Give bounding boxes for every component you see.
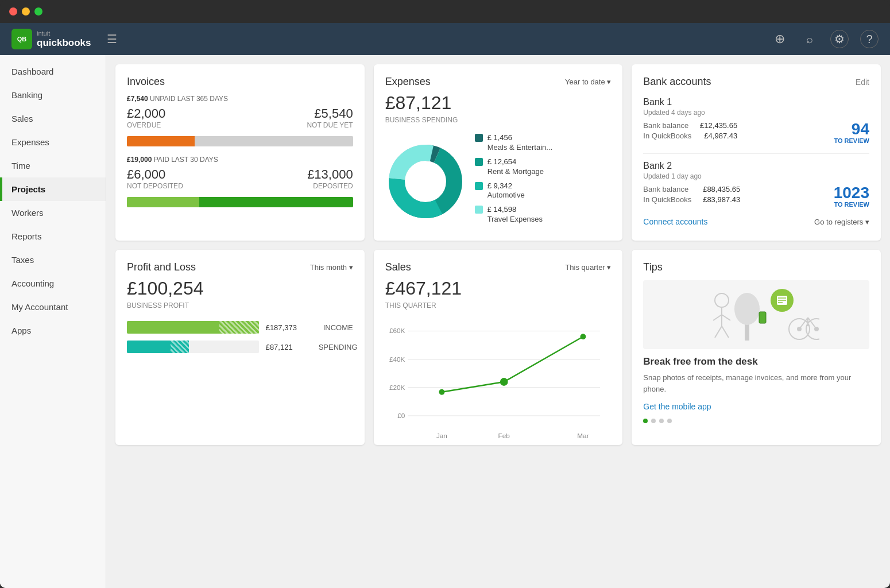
sales-card: Sales This quarter ▾ £467,121 THIS QUART… <box>374 250 623 445</box>
logo-area: QB intuit quickbooks ☰ <box>11 29 771 49</box>
settings-button[interactable]: ⚙ <box>830 30 849 48</box>
svg-point-21 <box>580 334 586 339</box>
bank2-name: Bank 2 <box>643 161 869 171</box>
bank2-updated: Updated 1 day ago <box>643 172 869 180</box>
expenses-title: Expenses <box>385 76 431 88</box>
invoices-not-due-amount: £5,540 <box>307 106 353 121</box>
sales-total-label: THIS QUARTER <box>385 301 612 310</box>
sidebar-item-sales[interactable]: Sales <box>0 107 106 130</box>
invoices-deposited-amount: £13,000 <box>307 167 353 182</box>
invoices-overdue-bar <box>127 136 353 146</box>
svg-line-26 <box>715 326 722 338</box>
svg-text:Mar: Mar <box>577 432 589 440</box>
pnl-amount: £100,254 <box>127 278 353 299</box>
sidebar-item-dashboard[interactable]: Dashboard <box>0 60 106 83</box>
bank2-review-badge[interactable]: 1023 TO REVIEW <box>834 185 869 208</box>
pnl-spending-label: SPENDING <box>319 343 353 351</box>
connect-accounts-link[interactable]: Connect accounts <box>643 217 707 226</box>
bank1-qb-label: In QuickBooks <box>643 131 691 140</box>
bank2-review-label: TO REVIEW <box>834 201 869 208</box>
bank1-review-label: TO REVIEW <box>834 137 869 144</box>
dashboard-content: Invoices £7,540 UNPAID LAST 365 DAYS £2,… <box>106 55 890 588</box>
tips-dot-2[interactable] <box>651 419 656 423</box>
go-to-registers-link[interactable]: Go to registers ▾ <box>814 218 869 226</box>
help-button[interactable]: ? <box>860 30 879 48</box>
sidebar-item-expenses[interactable]: Expenses <box>0 130 106 154</box>
expenses-legend: £ 1,456 Meals & Entertain... £ 12,654 Re… <box>475 133 612 229</box>
tips-dot-1[interactable] <box>643 419 648 423</box>
add-button[interactable]: ⊕ <box>771 30 789 48</box>
tips-tip-desc: Snap photos of receipts, manage invoices… <box>643 372 869 394</box>
sidebar-item-reports[interactable]: Reports <box>0 225 106 248</box>
svg-point-20 <box>500 378 508 386</box>
sidebar-item-apps[interactable]: Apps <box>0 319 106 342</box>
invoices-card: Invoices £7,540 UNPAID LAST 365 DAYS £2,… <box>115 64 365 241</box>
invoices-overdue-label: OVERDUE <box>127 121 165 129</box>
svg-point-7 <box>406 162 445 201</box>
sidebar-item-projects[interactable]: Projects <box>0 177 106 201</box>
bank2-qb-label: In QuickBooks <box>643 195 691 204</box>
pnl-income-row: £187,373 INCOME <box>127 321 353 334</box>
bank2-balance-label: Bank balance <box>643 185 688 194</box>
invoices-not-deposited-label: NOT DEPOSITED <box>127 182 183 190</box>
pnl-spending-amount: £87,121 <box>266 343 312 351</box>
invoices-deposited-label: DEPOSITED <box>307 182 353 190</box>
sales-period-selector[interactable]: This quarter ▾ <box>565 263 611 272</box>
bank1-review-badge[interactable]: 94 TO REVIEW <box>834 121 869 144</box>
legend-item-1: £ 12,654 Rent & Mortgage <box>475 157 612 177</box>
get-mobile-app-link[interactable]: Get the mobile app <box>643 402 711 411</box>
tips-title: Tips <box>643 261 869 273</box>
bank1-name: Bank 1 <box>643 97 869 107</box>
bank1-qb-value: £4,987.43 <box>704 131 737 140</box>
tips-pagination-dots <box>643 419 869 423</box>
bank2-section: Bank 2 Updated 1 day ago Bank balance £8… <box>643 161 869 208</box>
bank-edit-link[interactable]: Edit <box>856 78 869 87</box>
pnl-amount-label: BUSINESS PROFIT <box>127 301 353 310</box>
svg-point-29 <box>734 293 760 325</box>
sidebar-item-time[interactable]: Time <box>0 154 106 177</box>
expenses-total-amount: £87,121 <box>385 92 612 114</box>
pnl-title: Profit and Loss <box>127 261 196 273</box>
sidebar-item-taxes[interactable]: Taxes <box>0 248 106 272</box>
pnl-bars: £187,373 INCOME £87,121 SPENDING <box>127 321 353 353</box>
tips-illustration <box>643 280 869 349</box>
pnl-income-label: INCOME <box>319 323 353 332</box>
pnl-spending-row: £87,121 SPENDING <box>127 341 353 353</box>
svg-point-22 <box>715 293 729 307</box>
bank2-qb-value: £83,987.43 <box>703 195 740 204</box>
legend-item-0: £ 1,456 Meals & Entertain... <box>475 133 612 153</box>
bank1-balance-label: Bank balance <box>643 121 688 130</box>
search-button[interactable]: ⌕ <box>800 30 819 48</box>
svg-text:£60K: £60K <box>389 327 405 335</box>
tips-dot-3[interactable] <box>659 419 664 423</box>
close-button[interactable] <box>9 7 17 16</box>
expenses-card: Expenses Year to date ▾ £87,121 BUSINESS… <box>374 64 623 241</box>
minimize-button[interactable] <box>22 7 30 16</box>
svg-text:Jan: Jan <box>436 432 447 440</box>
sidebar-item-my-accountant[interactable]: My Accountant <box>0 295 106 319</box>
expenses-total-label: BUSINESS SPENDING <box>385 116 612 124</box>
expenses-period-selector[interactable]: Year to date ▾ <box>565 78 611 86</box>
invoices-unpaid-meta: £7,540 UNPAID LAST 365 DAYS <box>127 95 353 103</box>
svg-text:QB: QB <box>17 36 27 42</box>
sidebar: Dashboard Banking Sales Expenses Time Pr… <box>0 55 106 588</box>
maximize-button[interactable] <box>34 7 42 16</box>
sidebar-item-banking[interactable]: Banking <box>0 83 106 107</box>
svg-text:£40K: £40K <box>389 355 405 363</box>
pnl-income-amount: £187,373 <box>266 323 312 332</box>
svg-text:£0: £0 <box>397 412 405 420</box>
tips-dot-4[interactable] <box>667 419 672 423</box>
pnl-period-selector[interactable]: This month ▾ <box>310 263 353 272</box>
invoices-deposited-bar <box>127 197 353 207</box>
sales-title: Sales <box>385 261 411 273</box>
sidebar-item-workers[interactable]: Workers <box>0 201 106 225</box>
svg-point-19 <box>439 389 444 395</box>
invoices-title: Invoices <box>127 76 353 88</box>
sidebar-item-accounting[interactable]: Accounting <box>0 272 106 295</box>
invoices-not-deposited-amount: £6,000 <box>127 167 183 182</box>
bank1-review-count: 94 <box>834 121 869 137</box>
invoices-not-due-label: NOT DUE YET <box>307 121 353 129</box>
menu-toggle-button[interactable]: ☰ <box>107 32 117 46</box>
header-actions: ⊕ ⌕ ⚙ ? <box>771 30 879 48</box>
sales-total-amount: £467,121 <box>385 278 612 299</box>
